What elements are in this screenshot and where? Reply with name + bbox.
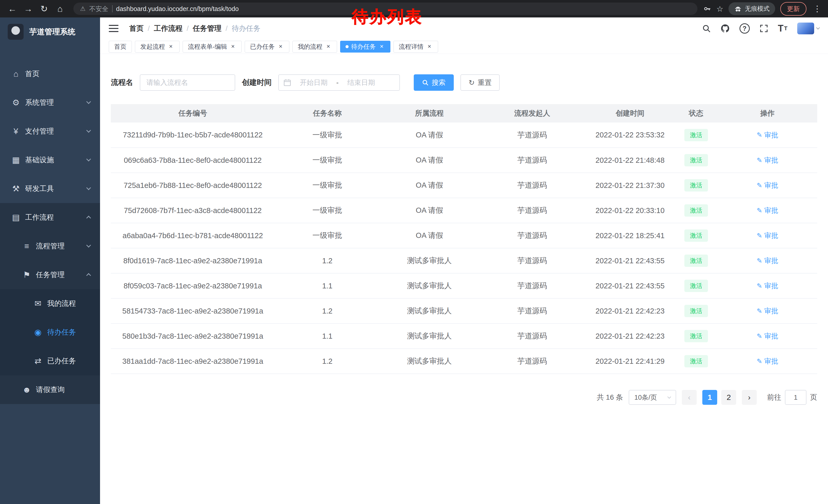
close-icon[interactable]: × bbox=[378, 43, 385, 50]
end-date-input[interactable] bbox=[341, 79, 382, 87]
sidebar-item-home[interactable]: ⌂首页 bbox=[0, 59, 100, 88]
status-badge: 激活 bbox=[685, 330, 708, 342]
sidebar-item-leave-query[interactable]: ☻请假查询 bbox=[0, 375, 100, 404]
tab-label: 我的流程 bbox=[298, 43, 322, 51]
user-menu[interactable] bbox=[797, 22, 819, 34]
chevron-down-icon bbox=[86, 99, 91, 104]
action-cell: ✎审批 bbox=[718, 198, 817, 223]
close-icon[interactable]: × bbox=[230, 43, 236, 50]
name-cell: 1.2 bbox=[275, 248, 380, 273]
audit-link[interactable]: ✎审批 bbox=[757, 231, 778, 240]
status-cell: 激活 bbox=[675, 223, 718, 248]
breadcrumb-item[interactable]: 工作流程 bbox=[154, 24, 182, 33]
audit-link[interactable]: ✎审批 bbox=[757, 206, 778, 215]
forward-icon[interactable]: → bbox=[21, 2, 35, 16]
table-row: 8f0d1619-7ac8-11ec-a9e2-a2380e71991a1.2测… bbox=[111, 248, 817, 273]
audit-link[interactable]: ✎审批 bbox=[757, 256, 778, 265]
kebab-menu-icon[interactable]: ⋮ bbox=[812, 4, 823, 13]
reset-button[interactable]: ↻ 重置 bbox=[460, 74, 500, 91]
tab-form-edit[interactable]: 流程表单-编辑× bbox=[182, 41, 242, 53]
name-cell: 一级审批 bbox=[275, 148, 380, 173]
audit-link-label: 审批 bbox=[764, 181, 778, 190]
goto-page-input[interactable] bbox=[785, 390, 806, 405]
tab-todo-task[interactable]: 待办任务× bbox=[340, 41, 390, 53]
content: 流程名 创建时间 - 搜索 ↻ bbox=[100, 54, 828, 504]
sidebar-item-infrastructure[interactable]: ▦基础设施 bbox=[0, 146, 100, 174]
close-icon[interactable]: × bbox=[277, 43, 284, 50]
start-date-input[interactable] bbox=[293, 79, 334, 87]
starter-cell: 芋道源码 bbox=[479, 273, 586, 299]
help-icon[interactable]: ? bbox=[740, 23, 750, 34]
tab-home[interactable]: 首页 bbox=[109, 41, 132, 53]
audit-link-label: 审批 bbox=[764, 206, 778, 215]
audit-link[interactable]: ✎审批 bbox=[757, 155, 778, 165]
date-range-picker[interactable]: - bbox=[278, 74, 400, 91]
prev-page-button[interactable]: ‹ bbox=[682, 390, 697, 405]
search-button[interactable]: 搜索 bbox=[414, 74, 454, 91]
sidebar-item-payment-mgmt[interactable]: ¥支付管理 bbox=[0, 117, 100, 146]
id-cell: 58154733-7ac8-11ec-a9e2-a2380e71991a bbox=[111, 299, 275, 324]
page-button-1[interactable]: 1 bbox=[702, 390, 717, 405]
sidebar-item-todo-task[interactable]: ◉待办任务 bbox=[0, 318, 100, 347]
key-icon[interactable] bbox=[704, 5, 711, 12]
close-icon[interactable]: × bbox=[325, 43, 332, 50]
star-icon[interactable]: ☆ bbox=[716, 4, 723, 13]
sidebar-item-done-task[interactable]: ⇄已办任务 bbox=[0, 347, 100, 375]
reload-icon[interactable]: ↻ bbox=[37, 2, 51, 16]
url-text[interactable]: dashboard.yudao.iocoder.cn/bpm/task/todo bbox=[116, 5, 239, 12]
column-header: 创建时间 bbox=[586, 104, 675, 123]
audit-link[interactable]: ✎审批 bbox=[757, 331, 778, 341]
starter-cell: 芋道源码 bbox=[479, 173, 586, 198]
breadcrumb-item: 待办任务 bbox=[232, 24, 260, 33]
browser-home-icon[interactable]: ⌂ bbox=[53, 2, 67, 16]
sidebar-menu: ⌂首页⚙系统管理¥支付管理▦基础设施⚒研发工具▤工作流程≡流程管理⚑任务管理✉我… bbox=[0, 59, 100, 404]
collapse-sidebar-icon[interactable] bbox=[109, 25, 119, 32]
incognito-badge[interactable]: 无痕模式 bbox=[729, 2, 775, 15]
breadcrumb-item[interactable]: 首页 bbox=[129, 24, 143, 33]
audit-link[interactable]: ✎审批 bbox=[757, 357, 778, 366]
sidebar-item-process-mgmt[interactable]: ≡流程管理 bbox=[0, 232, 100, 261]
process-name-input[interactable] bbox=[140, 74, 235, 91]
process-cell: OA 请假 bbox=[380, 123, 479, 148]
edit-icon: ✎ bbox=[757, 332, 762, 340]
search-icon[interactable] bbox=[702, 24, 711, 33]
process-cell: 测试多审批人 bbox=[380, 273, 479, 299]
font-size-icon[interactable]: TT bbox=[778, 23, 787, 34]
page-size-select[interactable]: 10条/页 bbox=[629, 390, 676, 405]
back-icon[interactable]: ← bbox=[5, 2, 19, 16]
app-logo[interactable]: 芋道管理系统 bbox=[0, 17, 100, 46]
id-cell: 73211d9d-7b9b-11ec-b5b7-acde48001122 bbox=[111, 123, 275, 148]
sidebar-item-system-mgmt[interactable]: ⚙系统管理 bbox=[0, 88, 100, 117]
id-cell: 75d72608-7b7f-11ec-a3c8-acde48001122 bbox=[111, 198, 275, 223]
sidebar-item-workflow[interactable]: ▤工作流程 bbox=[0, 203, 100, 232]
breadcrumb-item[interactable]: 任务管理 bbox=[193, 24, 222, 33]
next-page-button[interactable]: › bbox=[742, 390, 757, 405]
annotation-text: 待办列表 bbox=[352, 6, 423, 28]
audit-link-label: 审批 bbox=[764, 331, 778, 341]
github-icon[interactable] bbox=[720, 24, 730, 33]
sidebar-item-dev-tools[interactable]: ⚒研发工具 bbox=[0, 174, 100, 203]
dashboard-icon: ⌂ bbox=[10, 69, 22, 79]
audit-link[interactable]: ✎审批 bbox=[757, 281, 778, 290]
audit-link[interactable]: ✎审批 bbox=[757, 131, 778, 140]
sidebar-item-task-mgmt[interactable]: ⚑任务管理 bbox=[0, 261, 100, 289]
close-icon[interactable]: × bbox=[167, 43, 174, 50]
sidebar-item-label: 任务管理 bbox=[36, 270, 65, 280]
security-label[interactable]: 不安全 bbox=[89, 5, 109, 13]
close-icon[interactable]: × bbox=[426, 43, 433, 50]
audit-link[interactable]: ✎审批 bbox=[757, 306, 778, 316]
tab-done-task[interactable]: 已办任务× bbox=[245, 41, 289, 53]
table-row: a6aba0a4-7b6d-11ec-b781-acde48001122一级审批… bbox=[111, 223, 817, 248]
chevron-down-icon bbox=[667, 395, 671, 398]
sidebar-item-my-process[interactable]: ✉我的流程 bbox=[0, 289, 100, 318]
page-button-2[interactable]: 2 bbox=[721, 390, 736, 405]
action-cell: ✎审批 bbox=[718, 148, 817, 173]
tab-start-process[interactable]: 发起流程× bbox=[135, 41, 179, 53]
tab-process-detail[interactable]: 流程详情× bbox=[394, 41, 438, 53]
fullscreen-icon[interactable] bbox=[759, 24, 768, 33]
tab-my-process[interactable]: 我的流程× bbox=[292, 41, 337, 53]
update-button[interactable]: 更新 bbox=[780, 2, 806, 16]
time-cell: 2022-01-21 22:41:29 bbox=[586, 349, 675, 374]
status-badge: 激活 bbox=[685, 280, 708, 292]
audit-link[interactable]: ✎审批 bbox=[757, 181, 778, 190]
